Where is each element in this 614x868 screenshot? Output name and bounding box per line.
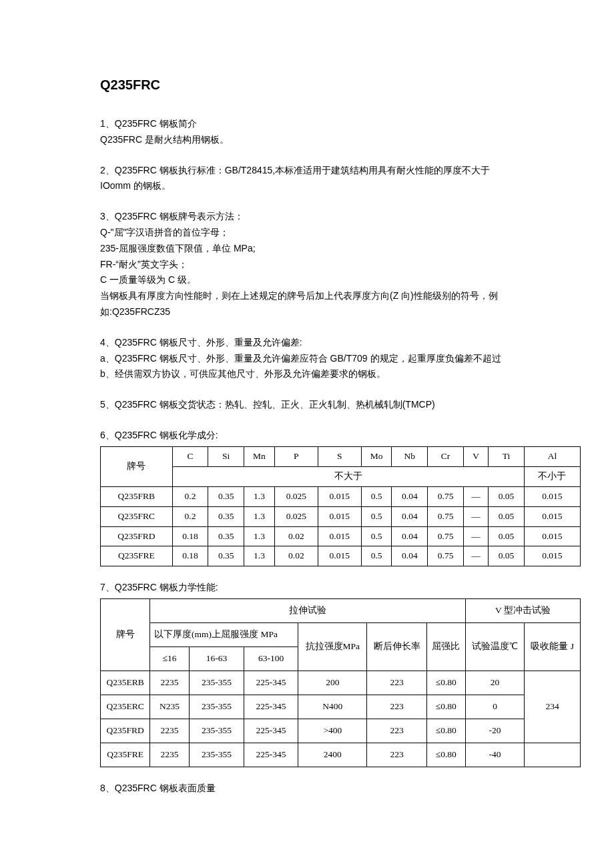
section-7-heading: 7、Q235FRC 钢板力学性能: [100,580,521,596]
mechanical-properties-table: 牌号 拉伸试验 V 型冲击试验 以下厚度(mm)上屈服强度 MPa 抗拉强度MP… [100,598,581,767]
cell: — [463,486,488,506]
cell: >400 [298,719,367,743]
cell: 225-345 [244,695,298,719]
section-3-line5: 当钢板具有厚度方向性能时，则在上述规定的牌号后加上代表厚度方向(Z 向)性能级别… [100,288,521,304]
not-less-than: 不小于 [524,466,580,486]
cell: ≤0.80 [426,695,465,719]
section-3-line4: C 一质量等级为 C 级。 [100,272,521,288]
cell: 0.75 [428,526,464,546]
cell: — [463,546,488,566]
cell: 0.04 [392,486,428,506]
cell: Q235FRD [101,719,150,743]
cell: 225-345 [244,743,298,767]
section-1-body: Q235FRC 是耐火结构用钢板。 [100,132,521,148]
cell: 0.04 [392,526,428,546]
cell: 0.75 [428,506,464,526]
col-s: S [318,446,361,466]
table-row: Q235FRD 2235 235-355 225-345 >400 223 ≤0… [101,719,581,743]
cell: 235-355 [190,695,244,719]
cell: — [463,526,488,546]
col-t3: 63-100 [244,647,298,671]
section-3-line6: 如:Q235FRCZ35 [100,304,521,320]
cell: -40 [465,743,525,767]
page-title: Q235FRC [100,73,521,96]
col-si: Si [208,446,244,466]
cell: 235-355 [190,671,244,695]
cell: 2235 [150,719,190,743]
cell: 0 [465,695,525,719]
cell: ≤0.80 [426,719,465,743]
table-row: Q235ERB 2235 235-355 225-345 200 223 ≤0.… [101,671,581,695]
cell: 0.02 [274,546,318,566]
col-tensile: 拉伸试验 [150,599,466,623]
cell: 235-355 [190,743,244,767]
cell: 0.015 [318,486,361,506]
col-t2: 16-63 [190,647,244,671]
cell: 0.35 [208,506,244,526]
col-impact: V 型冲击试验 [465,599,580,623]
cell: 1.3 [244,506,275,526]
section-3-line3: FR-“耐火”英文字头； [100,257,521,273]
section-2-body: 2、Q235FRC 钢板执行标准：GB/T28415,本标准适用于建筑结构用具有… [100,163,521,195]
cell: 0.015 [524,546,580,566]
section-3-heading: 3、Q235FRC 钢板牌号表示方法： [100,209,521,225]
cell: Q235FRE [101,743,150,767]
cell: 1.3 [244,526,275,546]
col-elongation: 断后伸长率 [367,623,427,671]
table-subheader-row: 以下厚度(mm)上屈服强度 MPa 抗拉强度MPa 断后伸长率 屈强比 试验温度… [101,623,581,647]
cell: — [463,506,488,526]
section-4-a: a、Q235FRC 钢板尺寸、外形、重量及允许偏差应符合 GB/T709 的规定… [100,351,521,367]
section-6-heading: 6、Q235FRC 钢板化学成分: [100,428,521,444]
cell: 0.75 [428,486,464,506]
col-mn: Mn [244,446,275,466]
cell: 225-345 [244,719,298,743]
cell: 2235 [150,671,190,695]
cell: 0.015 [524,526,580,546]
cell: 2235 [150,743,190,767]
cell: 0.04 [392,506,428,526]
col-nb: Nb [392,446,428,466]
cell: Q235ERC [101,695,150,719]
section-1: 1、Q235FRC 钢板简介 Q235FRC 是耐火结构用钢板。 [100,116,521,148]
cell: 0.5 [361,506,392,526]
col-p: P [274,446,318,466]
col-al: Al [524,446,580,466]
cell: 0.02 [274,526,318,546]
cell: Q235ERB [101,671,150,695]
cell: 0.015 [524,506,580,526]
cell: 223 [367,695,427,719]
cell: 0.015 [524,486,580,506]
col-energy: 吸收能量 J [525,623,581,671]
cell: ≤0.80 [426,671,465,695]
cell: 2400 [298,743,367,767]
cell: 0.5 [361,486,392,506]
section-4-b: b、经供需双方协议，可供应其他尺寸、外形及允许偏差要求的钢板。 [100,366,521,382]
col-grade: 牌号 [101,599,150,671]
col-mo: Mo [361,446,392,466]
cell: 235-355 [190,719,244,743]
col-ti: Ti [489,446,525,466]
cell: 223 [367,719,427,743]
cell: 0.015 [318,506,361,526]
col-c: C [172,446,208,466]
cell: 0.35 [208,486,244,506]
section-5-body: 5、Q235FRC 钢板交货状态：热轧、控轧、正火、正火轧制、热机械轧制(TMC… [100,397,521,413]
cell [525,743,581,767]
col-yield: 以下厚度(mm)上屈服强度 MPa [150,623,298,647]
col-test-temp: 试验温度℃ [465,623,525,671]
cell: 20 [465,671,525,695]
col-t1: ≤16 [150,647,190,671]
cell: -20 [465,719,525,743]
not-greater-than: 不大于 [172,466,524,486]
cell: Q235FRC [101,506,173,526]
section-8-heading: 8、Q235FRC 钢板表面质量 [100,781,521,797]
cell-energy: 234 [525,671,581,743]
cell: 0.5 [361,546,392,566]
section-5: 5、Q235FRC 钢板交货状态：热轧、控轧、正火、正火轧制、热机械轧制(TMC… [100,397,521,413]
cell: 0.05 [489,546,525,566]
cell: 0.025 [274,486,318,506]
table-header-row: 牌号 拉伸试验 V 型冲击试验 [101,599,581,623]
cell: 223 [367,743,427,767]
col-v: V [463,446,488,466]
col-grade: 牌号 [101,446,173,486]
